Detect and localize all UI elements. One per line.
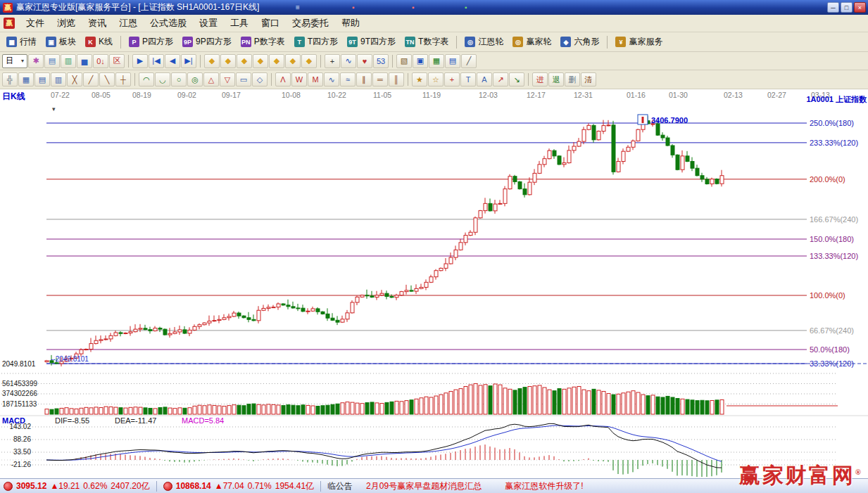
triangle-down-button[interactable]: ▽: [220, 72, 235, 87]
play-forward-button[interactable]: ▶: [132, 54, 148, 68]
region-select-button[interactable]: 区: [109, 54, 125, 68]
menu-item-8[interactable]: 窗口: [255, 15, 286, 32]
clear-drawings-button[interactable]: 清: [581, 72, 596, 87]
rectangle-tool-button[interactable]: ▭: [236, 72, 251, 87]
toolbar-button-winner-service[interactable]: ¥赢家服务: [611, 34, 667, 49]
news-label[interactable]: 临公告: [327, 480, 353, 492]
gann-diamond-2-button[interactable]: ◆: [220, 54, 236, 68]
cycle-rings-button[interactable]: ◎: [187, 72, 203, 87]
step-back-button[interactable]: ◀: [165, 54, 180, 68]
zigzag-tool-button[interactable]: Λ: [275, 72, 291, 87]
sh-index-icon[interactable]: [4, 482, 13, 491]
toolbar-button-t-square[interactable]: TT四方形: [290, 34, 342, 49]
zero-axis-button[interactable]: 0↓: [93, 54, 108, 68]
titlebar-quick-icon-4[interactable]: ▪: [465, 2, 467, 13]
step-next-button[interactable]: ▶|: [181, 54, 196, 68]
star-marker-button[interactable]: ★: [412, 72, 427, 87]
titlebar-quick-icon-3[interactable]: ▪: [412, 2, 415, 13]
diamond-tool-icon: ◇: [257, 75, 263, 84]
parallel-channel-button[interactable]: ∥: [356, 72, 372, 87]
draw-line-button[interactable]: ╱: [461, 54, 477, 68]
star-outline-button[interactable]: ☆: [428, 72, 444, 87]
sz-index-icon[interactable]: [163, 482, 172, 491]
v-channel-button[interactable]: ║: [389, 72, 404, 87]
style-flower-button[interactable]: ✱: [28, 54, 44, 68]
favorite-button[interactable]: ♥: [357, 54, 372, 68]
grid-green-button[interactable]: ▦: [429, 54, 444, 68]
news-item-2[interactable]: 赢家江恩软件升级了!: [505, 480, 583, 492]
gann-diamond-5-button[interactable]: ◆: [269, 54, 284, 68]
h-channel-button[interactable]: ═: [372, 72, 388, 87]
gann-diamond-6-button[interactable]: ◆: [285, 54, 301, 68]
trend-down-line-button[interactable]: ╲: [99, 72, 115, 87]
data-table-button[interactable]: ▥: [61, 54, 76, 68]
pane-period-label[interactable]: 日K线: [2, 91, 25, 103]
arc-up-button[interactable]: ◠: [139, 72, 154, 87]
sine-tool-button[interactable]: ∿: [324, 72, 339, 87]
toolbar-button-t-number-table[interactable]: TNT数字表: [401, 34, 453, 49]
volume-toggle-button[interactable]: ▅: [77, 54, 92, 68]
minimize-button[interactable]: ─: [827, 2, 839, 13]
label-tool-button[interactable]: A: [477, 72, 492, 87]
toolbar-button-gann-wheel[interactable]: ◎江恩轮: [460, 34, 508, 49]
crosshair-button[interactable]: +: [325, 54, 340, 68]
toolbar-button-p-square[interactable]: PP四方形: [125, 34, 177, 49]
m-wave-button[interactable]: M: [308, 72, 323, 87]
toolbar-button-9t-square[interactable]: 9T9T四方形: [343, 34, 400, 49]
step-first-button[interactable]: |◀: [149, 54, 164, 68]
arrow-up-marker-button[interactable]: ↗: [493, 72, 508, 87]
gann-diamond-4-button[interactable]: ◆: [253, 54, 268, 68]
diamond-tool-button[interactable]: ◇: [252, 72, 268, 87]
cross-lines-button[interactable]: ╳: [67, 72, 82, 87]
double-wave-button[interactable]: ≈: [340, 72, 356, 87]
period-day-selector-button[interactable]: 日▾: [2, 54, 27, 68]
panel-box-button[interactable]: ▣: [413, 54, 428, 68]
gann-diamond-7-button[interactable]: ◆: [301, 54, 317, 68]
w-wave-button[interactable]: W: [291, 72, 307, 87]
gann-diamond-3-button[interactable]: ◆: [237, 54, 252, 68]
news-item-1[interactable]: 2月09号赢家早盘题材消息汇总: [366, 480, 482, 492]
menu-item-3[interactable]: 资讯: [82, 15, 113, 32]
arrow-down-marker-button[interactable]: ↘: [509, 72, 524, 87]
trend-up-line-button[interactable]: ╱: [83, 72, 99, 87]
titlebar-quick-icon-2[interactable]: ▪: [352, 2, 355, 13]
square-grid-button[interactable]: ▦: [18, 72, 34, 87]
arc-down-button[interactable]: ◡: [155, 72, 170, 87]
text-tool-button[interactable]: T: [460, 72, 476, 87]
cross-line-button[interactable]: ┼: [115, 72, 131, 87]
layout-rows-button[interactable]: ▤: [445, 54, 460, 68]
plus-marker-button[interactable]: +: [444, 72, 460, 87]
menu-item-6[interactable]: 设置: [193, 15, 224, 32]
hatch-area-button[interactable]: ▧: [396, 54, 412, 68]
zoom-in-bars-button[interactable]: 进: [532, 72, 548, 87]
toolbar-button-quotes[interactable]: ▦行情: [2, 34, 41, 49]
close-button[interactable]: ×: [854, 2, 866, 13]
toolbar-button-9p-square[interactable]: 9P9P四方形: [178, 34, 236, 49]
menu-item-9[interactable]: 交易委托: [286, 15, 335, 32]
menu-item-4[interactable]: 江恩: [113, 15, 144, 32]
toolbar-button-hexagon[interactable]: ◈六角形: [556, 34, 603, 49]
toolbar-button-sectors[interactable]: ▣板块: [42, 34, 80, 49]
wave-53-button[interactable]: 53: [373, 54, 389, 68]
delete-drawing-button[interactable]: 删: [565, 72, 580, 87]
toolbar-button-winner-wheel[interactable]: ◎赢家轮: [508, 34, 555, 49]
menu-item-10[interactable]: 帮助: [335, 15, 366, 32]
menu-item-2[interactable]: 浏览: [51, 15, 82, 32]
zoom-out-bars-button[interactable]: 退: [548, 72, 564, 87]
maximize-button[interactable]: □: [841, 2, 853, 13]
gann-diamond-1-button[interactable]: ◆: [204, 54, 220, 68]
circle-tool-button[interactable]: ○: [171, 72, 187, 87]
date-axis-label: 02-13: [724, 91, 743, 99]
titlebar-quick-icon-1[interactable]: ≡: [296, 2, 300, 13]
menu-item-5[interactable]: 公式选股: [144, 15, 193, 32]
wave-tool-button[interactable]: ∿: [341, 54, 356, 68]
toolbar-button-p-number-table[interactable]: PNP数字表: [237, 34, 289, 49]
triangle-up-button[interactable]: △: [203, 72, 219, 87]
gann-grid-button[interactable]: ╬: [2, 72, 18, 87]
menu-item-7[interactable]: 工具: [224, 15, 255, 32]
info-panel-button[interactable]: ▤: [44, 54, 60, 68]
toolbar-button-kline[interactable]: KK线: [81, 34, 117, 49]
v-grid-button[interactable]: ▥: [51, 72, 66, 87]
menu-item-1[interactable]: 文件: [20, 15, 51, 32]
h-grid-button[interactable]: ▤: [34, 72, 50, 87]
